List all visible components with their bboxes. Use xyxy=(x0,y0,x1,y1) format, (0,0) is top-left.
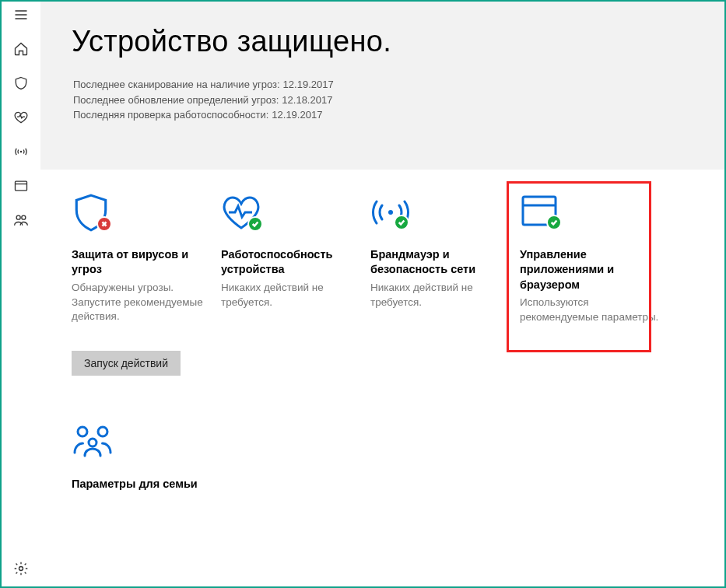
browser-window-icon xyxy=(520,193,559,232)
card-health[interactable]: Работоспособность устройства Никаких дей… xyxy=(221,193,361,376)
appbrowser-icon-wrap xyxy=(520,193,660,235)
nav-appbrowser[interactable] xyxy=(12,177,30,194)
gear-icon xyxy=(13,561,29,576)
hamburger-icon xyxy=(13,7,29,23)
card-desc: Используются рекомендуемые параметры. xyxy=(520,296,660,325)
hero-panel: Устройство защищено. Последнее сканирова… xyxy=(40,2,724,170)
card-title: Защита от вирусов и угроз xyxy=(72,247,212,278)
status-line-scan: Последнее сканирование на наличие угроз:… xyxy=(73,77,693,93)
heart-icon xyxy=(13,110,29,125)
alert-badge-icon xyxy=(96,216,112,232)
ok-badge-icon xyxy=(247,216,263,232)
card-appbrowser[interactable]: Управление приложениями и браузером Испо… xyxy=(520,193,660,376)
card-title: Параметры для семьи xyxy=(72,477,212,492)
menu-toggle[interactable] xyxy=(12,6,30,23)
card-desc: Никаких действий не требуется. xyxy=(221,281,361,310)
svg-point-0 xyxy=(20,151,23,153)
svg-point-7 xyxy=(78,427,87,436)
svg-rect-1 xyxy=(16,181,27,191)
card-title: Работоспособность устройства xyxy=(221,247,361,278)
svg-point-5 xyxy=(388,210,393,215)
nav-firewall[interactable] xyxy=(12,143,30,160)
antenna-icon xyxy=(13,144,29,159)
firewall-icon-wrap xyxy=(370,193,510,235)
shield-icon xyxy=(13,75,29,91)
home-icon xyxy=(13,41,29,57)
main-content: Устройство защищено. Последнее сканирова… xyxy=(40,2,724,586)
svg-point-8 xyxy=(98,427,107,436)
nav-home[interactable] xyxy=(12,40,30,58)
people-icon xyxy=(13,212,29,228)
status-line-defs: Последнее обновление определений угроз:1… xyxy=(73,93,693,108)
network-antenna-icon xyxy=(370,193,411,235)
status-line-health: Последняя проверка работоспособности:12.… xyxy=(73,107,693,123)
virus-icon-wrap xyxy=(72,193,212,235)
card-family[interactable]: Параметры для семьи xyxy=(72,422,212,495)
shield-outline-icon xyxy=(72,193,110,236)
ok-badge-icon xyxy=(546,215,562,230)
card-firewall[interactable]: Брандмауэр и безопасность сети Никаких д… xyxy=(370,193,510,376)
card-virus[interactable]: Защита от вирусов и угроз Обнаружены угр… xyxy=(72,193,212,376)
svg-point-2 xyxy=(16,215,20,219)
browser-icon xyxy=(13,178,29,194)
svg-point-4 xyxy=(19,567,23,571)
health-icon-wrap xyxy=(221,193,361,235)
status-lines: Последнее сканирование на наличие угроз:… xyxy=(73,77,693,123)
card-desc: Обнаружены угрозы. Запустите рекомендуем… xyxy=(72,281,212,325)
sidebar xyxy=(2,2,40,586)
card-desc: Никаких действий не требуется. xyxy=(370,281,510,310)
family-icon-wrap xyxy=(72,422,212,464)
nav-virus[interactable] xyxy=(12,75,30,92)
nav-health[interactable] xyxy=(12,109,30,126)
family-people-icon xyxy=(72,422,115,463)
heart-pulse-icon xyxy=(221,193,261,235)
ok-badge-icon xyxy=(394,215,409,230)
nav-family[interactable] xyxy=(12,212,30,229)
cards-grid: Защита от вирусов и угроз Обнаружены угр… xyxy=(40,170,724,511)
card-title: Управление приложениями и браузером xyxy=(520,247,660,293)
svg-point-9 xyxy=(89,439,96,446)
app-window: Устройство защищено. Последнее сканирова… xyxy=(0,0,726,588)
card-title: Брандмауэр и безопасность сети xyxy=(370,247,510,278)
run-actions-button[interactable]: Запуск действий xyxy=(72,351,181,376)
nav-settings[interactable] xyxy=(12,560,30,577)
page-title: Устройство защищено. xyxy=(72,25,693,58)
svg-point-3 xyxy=(22,215,26,219)
